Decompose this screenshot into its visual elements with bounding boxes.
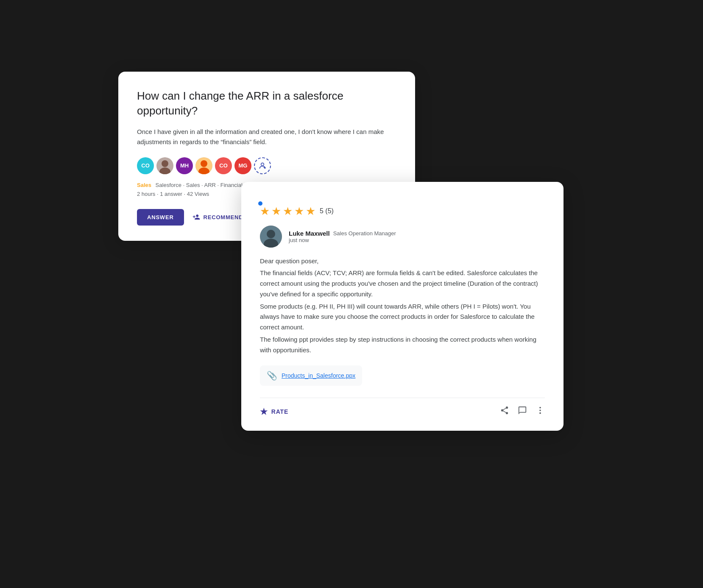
avatars-row: CO MH CO MG: [137, 157, 396, 174]
answer-line-3: Some products (e.g. PH II, PH III) will …: [260, 301, 545, 333]
share-button[interactable]: [500, 406, 509, 417]
answer-line-1: Dear question poser,: [260, 256, 545, 267]
author-avatar: [260, 226, 282, 248]
star-5: ★: [306, 205, 315, 218]
comment-button[interactable]: [518, 406, 527, 417]
avatar-co-1[interactable]: CO: [137, 157, 154, 174]
answer-footer: ★ RATE: [260, 398, 545, 417]
recommend-button[interactable]: RECOMMEND: [192, 213, 243, 221]
rate-star-icon: ★: [260, 407, 268, 417]
avatar-mg[interactable]: MG: [234, 157, 251, 174]
add-avatar-button[interactable]: [254, 157, 271, 174]
rating-score: 5 (5): [320, 207, 334, 215]
author-name: Luke Maxwell: [289, 230, 330, 237]
paperclip-icon: 📎: [267, 371, 277, 381]
answer-time: just now: [289, 237, 396, 243]
svg-point-4: [201, 160, 207, 167]
avatar-img-2[interactable]: [195, 157, 212, 174]
svg-point-13: [539, 410, 541, 411]
tags-list: Salesforce · Sales · ARR · Financials: [156, 182, 245, 188]
svg-point-14: [539, 412, 541, 414]
author-line: Luke Maxwell Sales Operation Manager: [289, 230, 396, 237]
star-2: ★: [271, 205, 281, 218]
rate-button[interactable]: ★ RATE: [260, 407, 288, 417]
recommend-label: RECOMMEND: [204, 214, 243, 220]
answer-card: ★ ★ ★ ★ ★ 5 (5) Luke Maxwell Sales Opera…: [241, 182, 564, 431]
attachment-link[interactable]: Products_in_Salesforce.ppx: [282, 372, 355, 379]
svg-point-1: [162, 160, 168, 167]
stars-row: ★ ★ ★ ★ ★ 5 (5): [260, 205, 545, 218]
new-indicator-dot: [258, 201, 262, 206]
star-1: ★: [260, 205, 270, 218]
answer-header: Luke Maxwell Sales Operation Manager jus…: [260, 226, 545, 248]
question-title: How can I change the ARR in a salesforce…: [137, 89, 396, 118]
person-add-icon: [192, 213, 200, 221]
svg-point-10: [267, 230, 275, 238]
share-icon: [500, 406, 509, 415]
footer-actions: [500, 406, 545, 417]
question-body: Once I have given in all the information…: [137, 127, 396, 147]
attachment-row[interactable]: 📎 Products_in_Salesforce.ppx: [260, 365, 362, 386]
tag-sales[interactable]: Sales: [137, 182, 151, 188]
avatar-mh[interactable]: MH: [176, 157, 193, 174]
author-title: Sales Operation Manager: [333, 230, 396, 237]
avatar-co-2[interactable]: CO: [215, 157, 232, 174]
rate-label: RATE: [271, 408, 288, 415]
avatar-img-1[interactable]: [156, 157, 173, 174]
svg-point-6: [261, 163, 264, 166]
answer-line-2: The financial fields (ACV; TCV; ARR) are…: [260, 268, 545, 299]
svg-point-12: [539, 407, 541, 409]
star-4: ★: [294, 205, 304, 218]
answer-button[interactable]: ANSWER: [137, 209, 184, 226]
answer-line-4: The following ppt provides step by step …: [260, 334, 545, 356]
star-3: ★: [283, 205, 293, 218]
author-meta: Luke Maxwell Sales Operation Manager jus…: [289, 230, 396, 243]
more-button[interactable]: [536, 406, 545, 417]
comment-icon: [518, 406, 527, 415]
more-icon: [536, 406, 545, 415]
answer-body: Dear question poser, The financial field…: [260, 256, 545, 356]
